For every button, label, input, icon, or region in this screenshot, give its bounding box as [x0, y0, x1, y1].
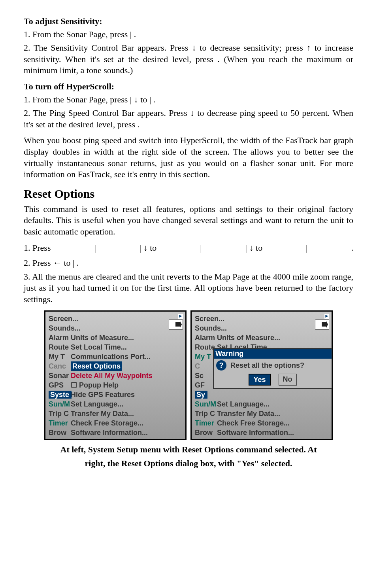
arrow-icon	[178, 314, 183, 319]
warning-dialog: Warning ? Reset all the options? Yes No	[213, 348, 332, 389]
menu-item[interactable]: Sounds...	[195, 323, 227, 333]
step-3-1: 1. Press | | ↓ to | | ↓ to | .	[24, 242, 353, 254]
text: | ↓ to	[130, 95, 149, 104]
submenu-item[interactable]: Software Information...	[217, 428, 328, 437]
text: | ↓ to	[139, 242, 157, 254]
text: |	[73, 258, 77, 268]
menu-item-disabled: Canc	[49, 361, 81, 371]
text: .	[134, 29, 136, 39]
submenu-item[interactable]: Units of Measure...	[217, 333, 328, 342]
submenu-item[interactable]: Transfer My Data...	[71, 409, 182, 418]
status-icon	[315, 320, 329, 330]
text: |	[149, 95, 153, 104]
text: |	[306, 242, 307, 254]
menu-item[interactable]: Brow	[195, 428, 227, 437]
submenu-checkbox[interactable]: ☐ Popup Help	[71, 380, 182, 390]
text: | ↓ to	[245, 242, 263, 254]
menu-item[interactable]: My T	[49, 352, 81, 361]
paragraph-reset-options: This command is used to reset all featur…	[24, 204, 353, 238]
text: 1. Press	[24, 242, 51, 254]
text: .	[137, 119, 139, 129]
menu-item[interactable]: Alarm	[49, 333, 81, 342]
submenu-item[interactable]: Hide GPS Features	[71, 390, 182, 399]
dialog-text: Reset all the options?	[230, 361, 304, 370]
dialog-title: Warning	[214, 349, 332, 358]
menu-item[interactable]: Timer	[49, 418, 81, 428]
figure-caption-line1: At left, System Setup menu with Reset Op…	[24, 444, 353, 456]
label: Popup Help	[79, 381, 119, 389]
menu-item[interactable]: GPS	[49, 380, 81, 390]
submenu-item[interactable]: Transfer My Data...	[217, 409, 328, 418]
status-icon	[169, 320, 183, 330]
screenshot-system-setup-menu: Screen... Sounds... Alarm Route My T Can…	[44, 310, 187, 440]
menu-item[interactable]: Timer	[195, 418, 227, 428]
heading-reset-options: Reset Options	[24, 186, 353, 201]
text: 2. The Ping Speed Control Bar appears. P…	[24, 108, 353, 129]
text: 1. From the Sonar Page, press	[24, 95, 130, 104]
text: .	[77, 258, 79, 268]
submenu-item[interactable]: Communications Port...	[71, 352, 182, 361]
text: .	[351, 242, 353, 254]
submenu-item[interactable]: Software Information...	[71, 428, 182, 437]
menu-item[interactable]: Sounds...	[49, 323, 81, 333]
step-3-2: 2. Press ← to | .	[24, 257, 353, 269]
step-2-2: 2. The Ping Speed Control Bar appears. P…	[24, 108, 353, 130]
step-2-1: 1. From the Sonar Page, press | ↓ to | .	[24, 94, 353, 106]
submenu-item[interactable]: Units of Measure...	[71, 333, 182, 342]
menu-item[interactable]: Sonar	[49, 371, 81, 380]
yes-button[interactable]: Yes	[249, 374, 270, 386]
left-menu-column: Screen... Sounds... Alarm Route My T Can…	[49, 314, 81, 437]
menu-item[interactable]: Alarm	[195, 333, 227, 342]
menu-item[interactable]: Trip C	[195, 409, 227, 418]
menu-item[interactable]: Screen...	[49, 314, 81, 323]
submenu-item[interactable]: Set Language...	[71, 399, 182, 409]
paragraph-hyperscroll: When you boost ping speed and switch int…	[24, 135, 353, 180]
step-3-3: 3. All the menus are cleared and the uni…	[24, 271, 353, 305]
menu-item[interactable]: Trip C	[49, 409, 81, 418]
submenu-item[interactable]: Set Local Time...	[71, 342, 182, 352]
menu-item[interactable]: Sun/M	[49, 399, 81, 409]
text: |	[94, 242, 96, 254]
menu-item[interactable]: Route	[49, 342, 81, 352]
step-1-1: 1. From the Sonar Page, press | .	[24, 29, 353, 40]
menu-item-selected[interactable]: Syste	[49, 391, 72, 399]
text: 1. From the Sonar Page, press	[24, 29, 130, 39]
text: |	[200, 242, 202, 254]
text: .	[153, 95, 156, 104]
menu-item[interactable]: Brow	[49, 428, 81, 437]
arrow-icon	[324, 314, 329, 319]
question-icon: ?	[216, 360, 226, 371]
text: |	[130, 29, 134, 39]
text: 2. Press ← to	[24, 258, 73, 268]
heading-adjust-sensitivity: To adjust Sensitivity:	[24, 16, 353, 27]
submenu-item[interactable]: Check Free Storage...	[217, 418, 328, 428]
menu-item[interactable]: Sy	[195, 391, 207, 399]
no-button[interactable]: No	[279, 374, 297, 386]
heading-turn-off-hyperscroll: To turn off HyperScroll:	[24, 81, 353, 93]
screenshot-reset-options-dialog: Screen... Sounds... Alarm Route My T C S…	[190, 310, 333, 440]
submenu-item[interactable]: Check Free Storage...	[71, 418, 182, 428]
menu-item[interactable]: Sun/M	[195, 399, 227, 409]
menu-item[interactable]: Screen...	[195, 314, 227, 323]
submenu-item-danger[interactable]: Delete All My Waypoints	[71, 371, 182, 380]
figure-caption-line2: right, the Reset Options dialog box, wit…	[24, 458, 353, 469]
submenu-item[interactable]: Set Language...	[217, 399, 328, 409]
step-1-2: 2. The Sensitivity Control Bar appears. …	[24, 42, 353, 76]
